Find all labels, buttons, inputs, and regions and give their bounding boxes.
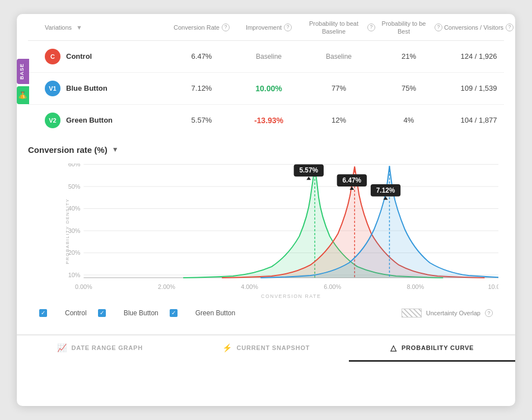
svg-text:4.00%: 4.00% [241, 283, 258, 290]
tab-date-range-label: DATE RANGE GRAPH [71, 344, 143, 351]
improvement-v1: 10.00% [235, 84, 302, 93]
tab-date-range[interactable]: 📈 DATE RANGE GRAPH [17, 335, 183, 362]
uncertainty-overlap: Uncertainty Overlap ? [402, 309, 493, 318]
side-tab-winner[interactable]: 🏆 [17, 86, 29, 104]
col-conversions-visitors: Conversions / Visitors ? [442, 20, 515, 36]
legend-label-control: Control [65, 309, 87, 317]
main-card: BASE 🏆 Variations ▼ Conversion Rate ? Im… [17, 14, 515, 406]
col-prob-best: Probability to be Best ? [375, 20, 442, 36]
bottom-tabs: 📈 DATE RANGE GRAPH ⚡ CURRENT SNAPSHOT △ … [17, 334, 515, 362]
variation-cell-v2: V2 Green Button [45, 113, 168, 128]
conv-rate-v2: 5.57% [168, 116, 235, 124]
legend-badge-v1: V1 [109, 307, 120, 319]
legend-label-v1: Blue Button [124, 309, 158, 317]
legend-checkbox-v1[interactable]: ✓ [98, 309, 106, 317]
svg-text:8.00%: 8.00% [407, 283, 424, 290]
table-header: Variations ▼ Conversion Rate ? Improveme… [28, 14, 504, 41]
table-row-v1: V1 Blue Button 7.12% 10.00% 77% 75% 109 … [28, 73, 504, 105]
filter-icon[interactable]: ▼ [76, 24, 82, 31]
snapshot-icon: ⚡ [222, 343, 232, 352]
svg-text:6.00%: 6.00% [324, 283, 341, 290]
uncertainty-label: Uncertainty Overlap [426, 310, 480, 316]
legend-item-v2: ✓ V2 Green Button [170, 307, 235, 319]
legend-checkbox-v2[interactable]: ✓ [170, 309, 178, 317]
tab-snapshot-label: CURRENT SNAPSHOT [237, 344, 310, 351]
chart-title: Conversion rate (%) [28, 145, 108, 155]
legend-checkbox-control[interactable]: ✓ [39, 309, 47, 317]
tab-prob-curve-label: PROBABILITY CURVE [402, 344, 474, 351]
legend-label-v2: Green Button [195, 309, 235, 317]
conversions-visitors-help-icon[interactable]: ? [506, 24, 514, 31]
badge-v1: V1 [45, 81, 60, 96]
improvement-help-icon[interactable]: ? [284, 24, 292, 31]
col-prob-beat-baseline: Probability to beat Baseline ? [302, 20, 375, 36]
conversions-v1: 109 / 1,539 [442, 84, 515, 92]
conversions-control: 124 / 1,926 [442, 52, 515, 60]
prob-beat-control: Baseline [302, 53, 375, 60]
tab-current-snapshot[interactable]: ⚡ CURRENT SNAPSHOT [183, 335, 349, 362]
variation-cell-control: C Control [45, 49, 168, 64]
conversions-v2: 104 / 1,877 [442, 116, 515, 124]
legend-badge-v2: V2 [181, 307, 192, 319]
tab-probability-curve[interactable]: △ PROBABILITY CURVE [349, 335, 515, 362]
svg-text:0.00%: 0.00% [75, 283, 92, 290]
table-row-v2: V2 Green Button 5.57% -13.93% 12% 4% 104… [28, 105, 504, 136]
chart-title-row: Conversion rate (%) ▼ [28, 145, 504, 155]
conv-rate-control: 6.47% [168, 52, 235, 60]
chart-dropdown-icon[interactable]: ▼ [112, 146, 119, 153]
prob-beat-v1: 77% [302, 84, 375, 92]
svg-text:50%: 50% [68, 183, 81, 190]
conv-rate-v1: 7.12% [168, 84, 235, 92]
svg-text:60%: 60% [68, 164, 81, 167]
svg-marker-28 [306, 176, 311, 180]
col-conversion-rate: Conversion Rate ? [168, 20, 235, 36]
variation-name-v1: Blue Button [66, 84, 108, 92]
uncertainty-help-icon[interactable]: ? [485, 309, 493, 317]
chart-section: Conversion rate (%) ▼ PROBABILITY DENSIT… [17, 136, 515, 330]
svg-text:5.57%: 5.57% [299, 166, 318, 174]
col-variations: Variations ▼ [45, 20, 168, 36]
side-tabs: BASE 🏆 [17, 59, 29, 104]
legend-row: ✓ C Control ✓ V1 Blue Button ✓ V2 Green … [28, 302, 504, 324]
prob-curve-icon: △ [390, 343, 397, 352]
prob-best-v1: 75% [375, 84, 442, 92]
date-range-icon: 📈 [57, 343, 67, 352]
conversion-rate-help-icon[interactable]: ? [222, 24, 230, 31]
col-improvement: Improvement ? [235, 20, 302, 36]
variation-name-control: Control [66, 52, 92, 60]
svg-text:6.47%: 6.47% [343, 176, 362, 184]
improvement-v2: -13.93% [235, 116, 302, 125]
prob-beat-baseline-help-icon[interactable]: ? [367, 24, 375, 31]
variation-cell-v1: V1 Blue Button [45, 81, 168, 96]
legend-badge-control: C [50, 307, 62, 319]
badge-control: C [45, 49, 60, 64]
y-axis-label: PROBABILITY DENSITY [65, 198, 70, 264]
table-section: Variations ▼ Conversion Rate ? Improveme… [17, 14, 515, 136]
probability-curve-chart: 60% 50% 40% 30% 20% 10% 0.00% 2.00% 4.00… [56, 164, 498, 298]
svg-text:7.12%: 7.12% [376, 186, 395, 194]
improvement-control: Baseline [235, 53, 302, 60]
hatch-pattern-icon [402, 309, 422, 318]
svg-text:2.00%: 2.00% [158, 283, 175, 290]
badge-v2: V2 [45, 113, 60, 128]
legend-item-control: ✓ C Control [39, 307, 87, 319]
table-row-control: C Control 6.47% Baseline Baseline 21% 12… [28, 41, 504, 73]
side-tab-base[interactable]: BASE [17, 59, 29, 84]
variation-name-v2: Green Button [66, 116, 113, 124]
prob-beat-v2: 12% [302, 116, 375, 124]
legend-item-v1: ✓ V1 Blue Button [98, 307, 158, 319]
svg-text:10.00%: 10.00% [488, 283, 498, 290]
svg-text:10%: 10% [68, 272, 81, 278]
chart-wrapper: PROBABILITY DENSITY 60% 50% 40% 30% 20% … [56, 164, 498, 300]
prob-best-v2: 4% [375, 116, 442, 124]
svg-text:CONVERSION RATE: CONVERSION RATE [261, 293, 321, 298]
prob-be-best-help-icon[interactable]: ? [435, 24, 442, 31]
prob-best-control: 21% [375, 52, 442, 60]
